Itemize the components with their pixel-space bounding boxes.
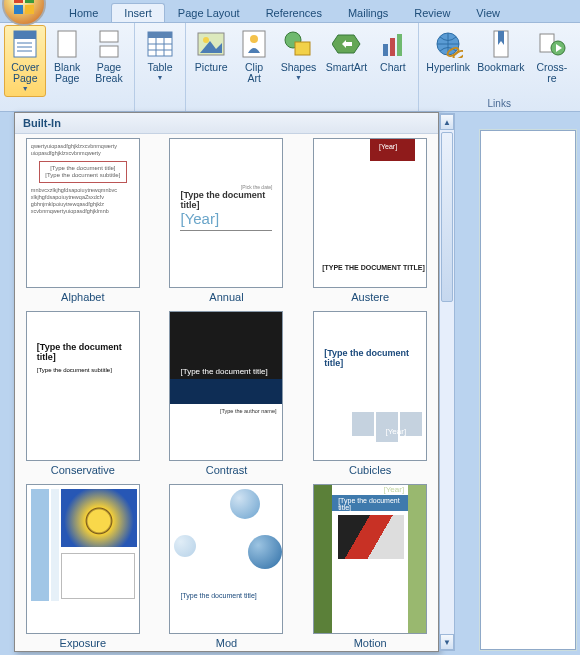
svg-rect-20 bbox=[295, 42, 310, 55]
cover-page-label: Cover Page bbox=[9, 62, 41, 84]
scroll-up-button[interactable]: ▲ bbox=[440, 114, 454, 130]
dropdown-arrow-icon: ▼ bbox=[22, 85, 29, 92]
chart-button[interactable]: Chart bbox=[372, 25, 414, 97]
gallery-item-alphabet[interactable]: qwertyuiopasdfghjklzxcvbnmqwerty uiopasd… bbox=[19, 138, 147, 303]
dropdown-arrow-icon: ▼ bbox=[295, 74, 302, 81]
cross-reference-label: Cross-re bbox=[533, 62, 571, 84]
svg-rect-7 bbox=[100, 46, 118, 57]
svg-rect-23 bbox=[383, 44, 388, 56]
shapes-icon bbox=[282, 28, 314, 60]
dropdown-arrow-icon: ▼ bbox=[157, 74, 164, 81]
table-icon bbox=[144, 28, 176, 60]
group-illustrations: Picture Clip Art Shapes ▼ SmartArt bbox=[186, 23, 419, 111]
smartart-label: SmartArt bbox=[326, 62, 367, 73]
tab-home[interactable]: Home bbox=[56, 3, 111, 22]
group-links: Hyperlink Bookmark Cross-re Links bbox=[419, 23, 580, 111]
chart-icon bbox=[377, 28, 409, 60]
tab-references[interactable]: References bbox=[253, 3, 335, 22]
hyperlink-icon bbox=[432, 28, 464, 60]
gallery-item-austere[interactable]: [Year] [TYPE THE DOCUMENT TITLE] Austere bbox=[306, 138, 434, 303]
scroll-thumb[interactable] bbox=[441, 132, 453, 302]
svg-point-18 bbox=[250, 35, 258, 43]
table-button[interactable]: Table ▼ bbox=[139, 25, 181, 97]
gallery-item-label: Annual bbox=[209, 291, 243, 303]
tab-insert[interactable]: Insert bbox=[111, 3, 165, 22]
hyperlink-label: Hyperlink bbox=[426, 62, 470, 73]
svg-rect-17 bbox=[243, 31, 265, 57]
blank-page-icon bbox=[51, 28, 83, 60]
tab-mailings[interactable]: Mailings bbox=[335, 3, 401, 22]
clip-art-icon bbox=[238, 28, 270, 60]
clip-art-label: Clip Art bbox=[237, 62, 270, 84]
gallery-item-contrast[interactable]: [Type the document title] [Type the auth… bbox=[163, 311, 291, 476]
gallery-item-label: Contrast bbox=[206, 464, 248, 476]
gallery-item-motion[interactable]: [Year] [Type the document title] Motion bbox=[306, 484, 434, 649]
cover-page-button[interactable]: Cover Page ▼ bbox=[4, 25, 46, 97]
smartart-icon bbox=[331, 28, 363, 60]
page-break-label: Page Break bbox=[93, 62, 125, 84]
bookmark-button[interactable]: Bookmark bbox=[474, 25, 528, 97]
page-break-icon bbox=[93, 28, 125, 60]
cover-page-gallery: Built-In ▲ ▼ qwertyuiopasdfghjklzxcvbnmq… bbox=[14, 112, 439, 652]
clip-art-button[interactable]: Clip Art bbox=[232, 25, 275, 97]
tab-page-layout[interactable]: Page Layout bbox=[165, 3, 253, 22]
shapes-label: Shapes bbox=[281, 62, 317, 73]
scroll-down-button[interactable]: ▼ bbox=[440, 634, 454, 650]
svg-point-15 bbox=[203, 37, 209, 43]
picture-button[interactable]: Picture bbox=[190, 25, 232, 97]
gallery-item-label: Conservative bbox=[51, 464, 115, 476]
document-page[interactable] bbox=[480, 130, 576, 650]
bookmark-label: Bookmark bbox=[477, 62, 524, 73]
chart-label: Chart bbox=[380, 62, 406, 73]
gallery-item-annual[interactable]: [Pick the date] [Type the document title… bbox=[163, 138, 291, 303]
cross-reference-icon bbox=[536, 28, 568, 60]
svg-rect-25 bbox=[397, 34, 402, 56]
gallery-item-conservative[interactable]: [Type the document title] [Type the docu… bbox=[19, 311, 147, 476]
smartart-button[interactable]: SmartArt bbox=[321, 25, 372, 97]
gallery-item-exposure[interactable]: Exposure bbox=[19, 484, 147, 649]
blank-page-label: Blank Page bbox=[51, 62, 82, 84]
svg-rect-9 bbox=[148, 32, 172, 38]
hyperlink-button[interactable]: Hyperlink bbox=[423, 25, 474, 97]
gallery-item-label: Alphabet bbox=[61, 291, 104, 303]
group-pages: Cover Page ▼ Blank Page Page Break bbox=[0, 23, 135, 111]
page-break-button[interactable]: Page Break bbox=[88, 25, 130, 97]
tab-review[interactable]: Review bbox=[401, 3, 463, 22]
gallery-scrollbar[interactable]: ▲ ▼ bbox=[439, 113, 455, 651]
group-tables: Table ▼ bbox=[135, 23, 186, 111]
bookmark-icon bbox=[485, 28, 517, 60]
picture-label: Picture bbox=[195, 62, 228, 73]
gallery-item-label: Cubicles bbox=[349, 464, 391, 476]
gallery-item-cubicles[interactable]: [Type the document title] [Year] Cubicle… bbox=[306, 311, 434, 476]
svg-rect-5 bbox=[58, 31, 76, 57]
gallery-item-label: Motion bbox=[354, 637, 387, 649]
gallery-item-label: Exposure bbox=[60, 637, 106, 649]
cover-page-icon bbox=[9, 28, 41, 60]
ribbon: Cover Page ▼ Blank Page Page Break bbox=[0, 22, 580, 112]
picture-icon bbox=[195, 28, 227, 60]
table-label: Table bbox=[147, 62, 172, 73]
group-label-links: Links bbox=[488, 97, 511, 111]
gallery-header: Built-In bbox=[15, 113, 438, 134]
gallery-item-label: Mod bbox=[216, 637, 237, 649]
svg-rect-24 bbox=[390, 38, 395, 56]
gallery-item-mod[interactable]: [Type the document title] Mod bbox=[163, 484, 291, 649]
blank-page-button[interactable]: Blank Page bbox=[46, 25, 87, 97]
svg-rect-1 bbox=[14, 31, 36, 39]
shapes-button[interactable]: Shapes ▼ bbox=[276, 25, 321, 97]
svg-rect-6 bbox=[100, 31, 118, 42]
tab-view[interactable]: View bbox=[463, 3, 513, 22]
ribbon-tabs: Home Insert Page Layout References Maili… bbox=[0, 0, 580, 22]
gallery-item-label: Austere bbox=[351, 291, 389, 303]
cross-reference-button[interactable]: Cross-re bbox=[528, 25, 576, 97]
